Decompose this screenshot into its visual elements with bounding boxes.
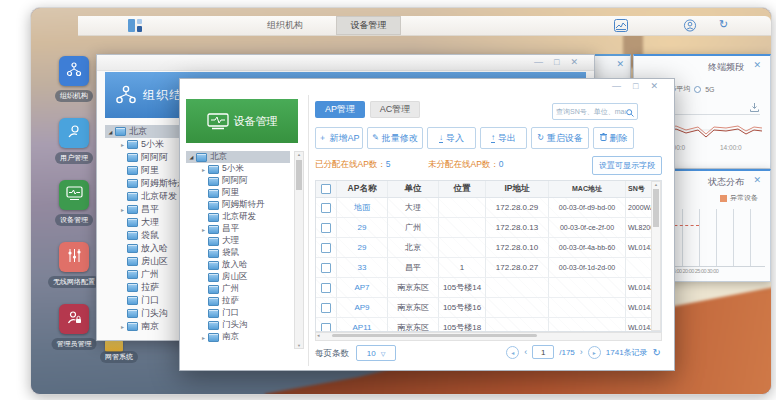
add-ap-button[interactable]: ＋新增AP <box>315 127 363 149</box>
table-row[interactable]: AP9 南京东区 105号楼16 WL014210F328000 <box>316 298 661 318</box>
table-row[interactable]: 33 昌平 1 172.28.0.27 00-03-0f-1d-2d-00 <box>316 258 661 278</box>
ap-name-link[interactable]: 29 <box>337 218 388 237</box>
tree-node[interactable]: ▸ 阿阿阿 <box>198 175 290 187</box>
tree-node[interactable]: ▸ 北京研发 <box>198 211 290 223</box>
minimize-icon[interactable]: — <box>612 81 621 91</box>
row-checkbox[interactable] <box>321 283 331 293</box>
tree-node-label: 广州 <box>222 283 239 295</box>
table-row[interactable]: AP11 南京东区 105号楼18 WL014210F328000 <box>316 318 661 332</box>
tree-node[interactable]: ▸ 南京 <box>198 331 290 343</box>
next-page-button[interactable]: › <box>580 347 583 357</box>
tree-node[interactable]: ▸ 放入哈 <box>198 259 290 271</box>
page-size-select[interactable]: 10▽ <box>356 345 396 361</box>
close-icon[interactable]: ✕ <box>753 60 761 70</box>
app-logo-icon[interactable] <box>128 19 142 32</box>
row-checkbox[interactable] <box>321 223 331 233</box>
row-checkbox[interactable] <box>321 263 331 273</box>
ap-name-link[interactable]: 29 <box>337 238 388 257</box>
tree-node[interactable]: ▸ 广州 <box>198 283 290 295</box>
tree-node[interactable]: ▸ 门头沟 <box>198 319 290 331</box>
table-horizontal-scrollbar[interactable]: ◂ <box>315 332 662 341</box>
table-vertical-scrollbar[interactable]: ▲ <box>651 181 661 331</box>
tab-ac-management[interactable]: AC管理 <box>370 101 420 118</box>
prev-page-button[interactable]: ‹ <box>524 347 527 357</box>
expander-icon[interactable]: ▸ <box>119 206 126 213</box>
expander-icon[interactable]: ▸ <box>119 323 126 330</box>
tree-node[interactable]: ▸ 阿里 <box>198 187 290 199</box>
launcher-user-management[interactable] <box>59 118 89 148</box>
row-checkbox[interactable] <box>321 323 331 333</box>
tree-node[interactable]: ▸ 阿姆斯特丹 <box>198 199 290 211</box>
expander-icon[interactable]: ▸ <box>200 226 207 233</box>
tree-node[interactable]: ▸ 5小米 <box>198 163 290 175</box>
tree-node[interactable]: ▸ 袋鼠 <box>198 247 290 259</box>
select-all-checkbox[interactable] <box>321 184 331 194</box>
ap-name-link[interactable]: AP9 <box>337 298 388 317</box>
refresh-icon[interactable]: ↻ <box>719 18 733 31</box>
tree-root-node[interactable]: ◢ 北京 <box>186 151 290 163</box>
table-row[interactable]: AP7 南京东区 105号楼14 WL014210F328000 <box>316 278 661 298</box>
refresh-icon[interactable]: ↻ <box>653 347 661 358</box>
close-icon[interactable]: ✕ <box>616 59 624 69</box>
x-axis-label: 14:00:0 <box>720 144 742 151</box>
column-header[interactable]: IP地址 <box>486 181 549 197</box>
set-visible-fields-button[interactable]: 设置可显示字段 <box>592 156 662 175</box>
close-icon[interactable]: ✕ <box>650 81 658 91</box>
launcher-admin-management[interactable] <box>59 304 89 334</box>
tree-node-label: 阿姆斯特丹 <box>222 199 265 211</box>
page-input[interactable] <box>532 345 554 359</box>
column-header[interactable]: MAC地址 <box>549 181 626 197</box>
ap-name-link[interactable]: AP11 <box>337 318 388 332</box>
maximize-icon[interactable]: □ <box>633 81 638 91</box>
close-icon[interactable]: ✕ <box>753 175 761 185</box>
ap-name-link[interactable]: 地面 <box>337 198 388 217</box>
first-page-button[interactable]: ◂ <box>506 346 519 359</box>
ap-name-link[interactable]: AP7 <box>337 278 388 297</box>
tab-ap-management[interactable]: AP管理 <box>315 101 365 118</box>
minimize-icon[interactable]: — <box>534 56 543 69</box>
table-row[interactable]: 29 广州 172.28.0.13 00-03-0f-ce-2f-00 WL82… <box>316 218 661 238</box>
tree-node[interactable]: ▸ 昌平 <box>198 223 290 235</box>
tab-organization[interactable]: 组织机构 <box>259 16 311 35</box>
launcher-org-structure[interactable] <box>59 56 89 86</box>
row-checkbox[interactable] <box>321 303 331 313</box>
tree-scrollbar[interactable]: ▲▼ <box>294 151 304 349</box>
export-button[interactable]: ↑导出 <box>480 127 527 149</box>
row-checkbox[interactable] <box>321 203 331 213</box>
tree-node[interactable]: ▸ 拉萨 <box>198 295 290 307</box>
last-page-button[interactable]: ▸ <box>588 346 601 359</box>
row-checkbox[interactable] <box>321 243 331 253</box>
launcher-device-management[interactable] <box>59 180 89 210</box>
tree-node[interactable]: ▸ 房山区 <box>198 271 290 283</box>
tree-node[interactable]: ▸ 门口 <box>198 307 290 319</box>
expander-icon[interactable]: ◢ <box>188 154 195 160</box>
chart-icon[interactable] <box>614 19 628 32</box>
panel-title: 终端频段 <box>708 61 744 74</box>
launcher-wireless-config[interactable] <box>59 242 89 272</box>
folder-icon <box>208 165 219 174</box>
ap-name-link[interactable]: 33 <box>337 258 388 277</box>
search-icon[interactable] <box>626 103 634 121</box>
maximize-icon[interactable]: □ <box>554 56 559 69</box>
search-box <box>552 103 638 120</box>
expander-icon[interactable]: ◢ <box>107 129 114 135</box>
tree-node[interactable]: ▸ 大理 <box>198 235 290 247</box>
import-button[interactable]: ↓导入 <box>427 127 476 149</box>
folder-icon <box>208 261 219 270</box>
column-header[interactable]: 单位 <box>388 181 439 197</box>
search-input[interactable] <box>553 108 626 115</box>
delete-button[interactable]: 删除 <box>593 127 634 149</box>
tree-node-label: 门头沟 <box>141 307 168 320</box>
expander-icon[interactable]: ▸ <box>200 334 207 341</box>
restart-device-button[interactable]: ↻重启设备 <box>531 127 589 149</box>
expander-icon[interactable]: ▸ <box>200 166 207 173</box>
table-row[interactable]: 地面 大理 172.28.0.29 00-03-0f-d9-bd-00 2000… <box>316 198 661 218</box>
tab-device-management[interactable]: 设备管理 <box>336 16 401 35</box>
expander-icon[interactable]: ▸ <box>119 141 126 148</box>
batch-edit-button[interactable]: ✎批量修改 <box>367 127 423 149</box>
close-icon[interactable]: ✕ <box>570 56 578 69</box>
table-row[interactable]: 29 北京 172.28.0.10 00-03-0f-4a-bb-60 WL01… <box>316 238 661 258</box>
account-icon[interactable] <box>683 19 697 32</box>
column-header[interactable]: 位置 <box>439 181 486 197</box>
column-header[interactable]: AP名称 <box>337 181 388 197</box>
